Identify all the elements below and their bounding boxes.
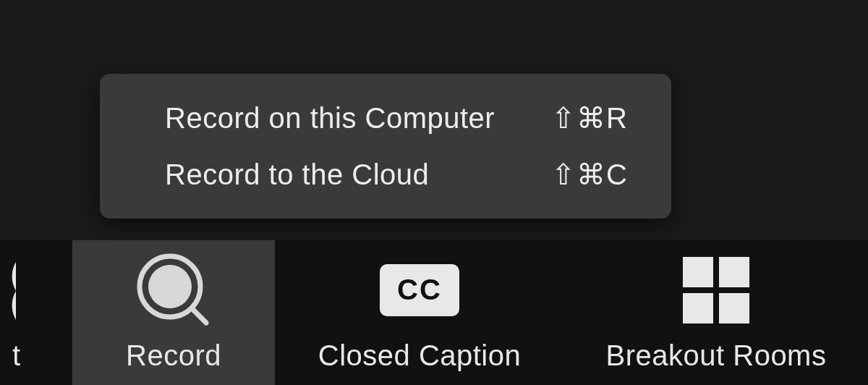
menu-item-label: Record to the Cloud: [165, 158, 429, 191]
menu-item-record-local[interactable]: Record on this Computer ⇧⌘R: [100, 90, 671, 146]
partial-label: t: [12, 339, 20, 372]
menu-item-record-cloud[interactable]: Record to the Cloud ⇧⌘C: [100, 146, 671, 203]
svg-point-1: [148, 265, 192, 308]
toolbar-button-label: Record: [126, 339, 221, 372]
toolbar-button-label: Breakout Rooms: [606, 339, 827, 372]
partial-icon: [0, 262, 16, 320]
grid-icon: [564, 240, 868, 339]
menu-item-shortcut: ⇧⌘R: [551, 101, 628, 135]
record-icon: [72, 240, 275, 339]
menu-item-label: Record on this Computer: [165, 102, 495, 135]
closed-caption-button[interactable]: CC Closed Caption: [275, 240, 564, 385]
record-options-menu: Record on this Computer ⇧⌘R Record to th…: [100, 74, 671, 219]
breakout-rooms-button[interactable]: Breakout Rooms: [564, 240, 868, 385]
meeting-toolbar: t Record CC Closed Caption Breakout Room: [0, 240, 868, 385]
toolbar-button-label: Closed Caption: [318, 339, 522, 372]
cc-badge: CC: [380, 264, 459, 316]
record-button[interactable]: Record: [72, 240, 275, 385]
toolbar-partial-left: t: [0, 240, 72, 385]
menu-item-shortcut: ⇧⌘C: [551, 158, 628, 191]
cc-icon: CC: [275, 240, 564, 339]
